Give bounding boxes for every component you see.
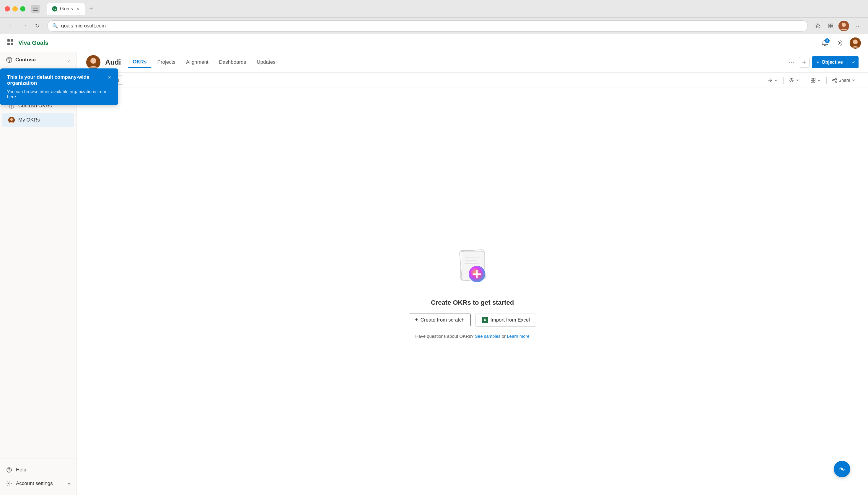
tooltip-title: This is your default company-wide organi… (7, 74, 108, 86)
main-content: Audi OKRs Projects Alignment Dashboards … (77, 52, 868, 495)
copilot-fab-button[interactable] (834, 461, 850, 477)
tooltip-body: You can browse other available organizat… (7, 89, 111, 99)
header-plus-button[interactable]: + (799, 57, 809, 68)
add-objective-button[interactable]: + Objective (812, 56, 858, 68)
browser-more-icon[interactable]: ⋯ (851, 21, 862, 31)
app-body: Contoso ⌄ This is your default company-w… (0, 52, 868, 495)
excel-icon: X (482, 317, 488, 323)
svg-point-17 (853, 39, 858, 44)
active-tab[interactable]: G Goals × (47, 3, 85, 15)
refresh-button[interactable]: ↻ (32, 21, 43, 31)
collapse-sidebar-icon[interactable]: « (68, 481, 70, 486)
traffic-lights (5, 6, 26, 12)
tab-title: Goals (60, 6, 73, 12)
svg-rect-14 (11, 43, 13, 45)
expand-button[interactable] (764, 76, 781, 85)
sidebar-account-settings[interactable]: Account settings « (0, 477, 77, 490)
svg-point-10 (842, 23, 846, 27)
objective-btn-dropdown[interactable] (848, 56, 858, 68)
create-from-scratch-button[interactable]: + Create from scratch (409, 313, 471, 326)
tab-okrs[interactable]: OKRs (128, 57, 151, 68)
help-icon (6, 467, 12, 473)
svg-point-32 (835, 78, 837, 79)
empty-illustration (449, 244, 496, 292)
forward-button[interactable]: → (19, 21, 30, 31)
objective-label-text: Objective (822, 59, 843, 65)
svg-rect-12 (11, 39, 13, 41)
new-tab-button[interactable]: + (86, 4, 96, 14)
svg-point-33 (832, 79, 834, 81)
help-label: Help (16, 467, 26, 473)
empty-state: Create OKRs to get started + Create from… (77, 88, 868, 495)
see-samples-link[interactable]: See samples (475, 334, 501, 339)
empty-state-title: Create OKRs to get started (431, 299, 514, 307)
my-okrs-avatar (8, 117, 15, 123)
app-logo: Viva Goals (18, 39, 48, 46)
maximize-traffic-light[interactable] (20, 6, 26, 12)
empty-state-actions: + Create from scratch X Import from Exce… (409, 313, 536, 327)
apps-grid-icon[interactable] (7, 39, 14, 47)
page-user-avatar (86, 55, 100, 69)
sidebar-help[interactable]: Help (0, 463, 77, 477)
share-label: Share (838, 78, 850, 83)
svg-text:G: G (53, 7, 56, 11)
layout-button[interactable] (807, 76, 824, 85)
objective-btn-label[interactable]: + Objective (812, 59, 848, 65)
app-container: Viva Goals 5 (0, 34, 868, 495)
header-actions: ⋯ + + Objective (786, 56, 858, 68)
sub-toolbar: ⋯ Filter (77, 72, 868, 88)
search-icon: 🔍 (52, 23, 58, 29)
import-from-excel-button[interactable]: X Import from Excel (475, 313, 536, 327)
back-button[interactable]: ← (6, 21, 17, 31)
close-traffic-light[interactable] (5, 6, 10, 12)
help-text: Have questions about OKRs? (415, 334, 475, 339)
sidebar: Contoso ⌄ This is your default company-w… (0, 52, 77, 495)
tab-close-button[interactable]: × (75, 6, 80, 11)
minimize-traffic-light[interactable] (12, 6, 18, 12)
org-selector[interactable]: Contoso ⌄ This is your default company-w… (0, 52, 77, 68)
svg-rect-28 (811, 78, 813, 80)
browser-star-icon[interactable] (813, 21, 823, 31)
notification-button[interactable]: 5 (819, 37, 831, 49)
url-bar[interactable]: 🔍 goals.microsoft.com (47, 20, 808, 32)
tab-alignment[interactable]: Alignment (181, 57, 213, 68)
tab-projects[interactable]: Projects (153, 57, 180, 68)
tab-favicon: G (52, 6, 58, 12)
svg-rect-7 (829, 26, 831, 28)
create-btn-label: Create from scratch (421, 317, 464, 323)
svg-point-26 (91, 58, 96, 64)
svg-rect-8 (831, 26, 833, 28)
view-mode-button[interactable] (786, 76, 802, 85)
browser-collections-icon[interactable] (825, 21, 836, 31)
tab-bar: G Goals × + (47, 3, 863, 15)
svg-rect-30 (811, 81, 813, 82)
sidebar-footer: Help Account settings « (0, 458, 77, 495)
header-more-button[interactable]: ⋯ (786, 57, 797, 68)
settings-gear-icon (6, 480, 12, 487)
user-avatar[interactable] (850, 37, 861, 49)
tab-updates[interactable]: Updates (252, 57, 280, 68)
url-text: goals.microsoft.com (61, 23, 803, 29)
svg-rect-6 (831, 24, 833, 25)
svg-point-21 (10, 118, 13, 121)
sidebar-item-my-okrs[interactable]: My OKRs (2, 113, 74, 127)
plus-create-icon: + (415, 317, 418, 323)
svg-rect-5 (829, 24, 831, 25)
learn-more-link[interactable]: Learn more (507, 334, 529, 339)
svg-point-15 (839, 42, 841, 44)
browser-profile-icon[interactable] (838, 21, 849, 31)
svg-rect-29 (813, 78, 815, 80)
svg-rect-0 (33, 7, 38, 7)
content-header: Audi OKRs Projects Alignment Dashboards … (77, 52, 868, 72)
share-button[interactable]: Share (829, 76, 858, 85)
settings-button[interactable] (834, 37, 846, 49)
notification-badge: 5 (825, 38, 830, 43)
browser-sidebar-toggle[interactable] (31, 5, 39, 13)
svg-point-46 (841, 468, 843, 470)
tooltip-close-button[interactable]: × (108, 74, 111, 81)
browser-titlebar: G Goals × + (0, 0, 868, 18)
tab-dashboards[interactable]: Dashboards (214, 57, 251, 68)
app-topbar: Viva Goals 5 (0, 34, 868, 52)
globe-icon (6, 57, 12, 63)
import-btn-label: Import from Excel (491, 317, 530, 323)
